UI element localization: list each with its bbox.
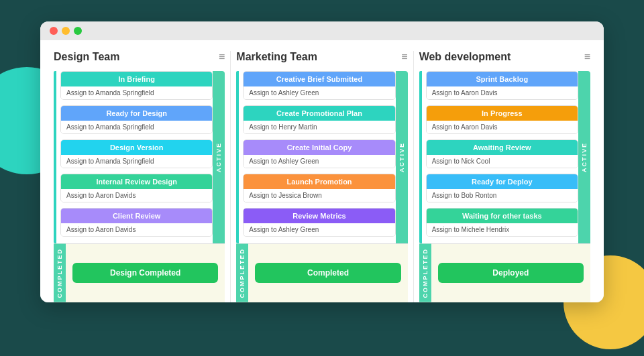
card-body-c7: Assign to Henry Martin [244,121,394,133]
completed-label-marketing-team: COMPLETED [236,244,248,302]
card-c4[interactable]: Internal Review DesignAssign to Aaron Da… [60,174,213,202]
card-header-c3: Design Version [61,140,212,155]
column-title-marketing-team: Marketing Team [236,51,317,63]
card-header-c5: Client Review [61,209,212,223]
card-body-c8: Assign to Ashley Green [244,155,394,168]
card-c10[interactable]: Review MetricsAssign to Ashley Green [243,208,395,237]
card-header-c14: Ready for Deploy [427,174,578,189]
left-border-design-team [54,71,56,243]
column-header-web-development: Web development≡ [419,51,590,63]
menu-icon-web-development[interactable]: ≡ [584,51,590,63]
card-c5[interactable]: Client ReviewAssign to Aaron Davids [60,208,213,237]
card-c1[interactable]: In BriefingAssign to Amanda Springfield [60,71,213,100]
card-header-c1: In Briefing [61,72,212,86]
card-body-c1: Assign to Amanda Springfield [61,86,212,99]
completed-content-design-team: Design Completed [66,244,225,302]
page-title [0,0,644,21]
col-wrapper-design-team: Design Team≡In BriefingAssign to Amanda … [54,51,225,302]
column-title-design-team: Design Team [54,51,119,63]
menu-icon-design-team[interactable]: ≡ [219,51,225,63]
browser-dot-red [50,27,58,35]
card-c7[interactable]: Create Promotional PlanAssign to Henry M… [243,105,395,134]
card-c3[interactable]: Design VersionAssign to Amanda Springfie… [60,139,213,168]
column-header-design-team: Design Team≡ [54,51,225,63]
card-header-c6: Creative Brief Submitted [244,72,394,86]
left-border-web-development [419,71,422,243]
card-body-c6: Assign to Ashley Green [244,86,394,99]
card-header-c15: Waiting for other tasks [427,209,578,223]
completed-section-marketing-team: COMPLETEDCompleted [236,243,407,302]
card-body-c2: Assign to Amanda Springfield [61,121,212,133]
card-header-c11: Sprint Backlog [427,72,578,86]
card-body-c13: Assign to Nick Cool [427,155,578,168]
card-body-c15: Assign to Michele Hendrix [427,223,578,236]
cards-list-marketing-team: Creative Brief SubmittedAssign to Ashley… [243,71,395,243]
card-header-c13: Awaiting Review [427,140,578,155]
completed-btn-design-team[interactable]: Design Completed [72,263,218,283]
active-label-web-development: ACTIVE [578,71,590,243]
column-divider [230,51,231,302]
left-border-marketing-team [236,71,239,243]
card-c8[interactable]: Create Initial CopyAssign to Ashley Gree… [243,139,395,168]
completed-section-web-development: COMPLETEDDeployed [419,243,590,302]
card-c6[interactable]: Creative Brief SubmittedAssign to Ashley… [243,71,395,100]
completed-section-design-team: COMPLETEDDesign Completed [54,243,225,302]
browser-dot-yellow [62,27,70,35]
cards-list-design-team: In BriefingAssign to Amanda SpringfieldR… [60,71,213,243]
workflow-area: Design Team≡In BriefingAssign to Amanda … [40,40,604,302]
card-body-c5: Assign to Aaron Davids [61,223,212,236]
card-body-c9: Assign to Jessica Brown [244,189,394,202]
card-c14[interactable]: Ready for DeployAssign to Bob Ronton [426,174,578,202]
browser-window: Design Team≡In BriefingAssign to Amanda … [40,21,604,302]
column-divider [413,51,414,302]
card-header-c4: Internal Review Design [61,174,212,189]
completed-content-marketing-team: Completed [248,244,407,302]
menu-icon-marketing-team[interactable]: ≡ [401,51,407,63]
col-wrapper-web-development: Web development≡Sprint BacklogAssign to … [419,51,590,302]
completed-content-web-development: Deployed [431,244,590,302]
card-body-c10: Assign to Ashley Green [244,223,394,236]
card-header-c10: Review Metrics [244,209,394,223]
card-header-c2: Ready for Design [61,106,212,121]
completed-btn-marketing-team[interactable]: Completed [255,263,400,283]
card-body-c3: Assign to Amanda Springfield [61,155,212,168]
card-body-c11: Assign to Aaron Davis [427,86,578,99]
card-c11[interactable]: Sprint BacklogAssign to Aaron Davis [426,71,578,100]
card-c13[interactable]: Awaiting ReviewAssign to Nick Cool [426,139,578,168]
completed-btn-web-development[interactable]: Deployed [438,263,584,283]
card-c15[interactable]: Waiting for other tasksAssign to Michele… [426,208,578,237]
card-body-c14: Assign to Bob Ronton [427,189,578,202]
column-body-marketing-team: Creative Brief SubmittedAssign to Ashley… [236,71,407,243]
cards-list-web-development: Sprint BacklogAssign to Aaron DavisIn Pr… [426,71,578,243]
browser-dot-green [74,27,82,35]
column-title-web-development: Web development [419,51,511,63]
completed-label-web-development: COMPLETED [419,244,431,302]
column-body-design-team: In BriefingAssign to Amanda SpringfieldR… [54,71,225,243]
browser-bar [40,21,604,40]
card-header-c12: In Progress [427,106,578,121]
card-header-c7: Create Promotional Plan [244,106,394,121]
card-c9[interactable]: Launch PromotionAssign to Jessica Brown [243,174,395,202]
completed-label-design-team: COMPLETED [54,244,66,302]
column-body-web-development: Sprint BacklogAssign to Aaron DavisIn Pr… [419,71,590,243]
column-header-marketing-team: Marketing Team≡ [236,51,407,63]
card-body-c12: Assign to Aaron Davis [427,121,578,133]
card-header-c9: Launch Promotion [244,174,394,189]
col-wrapper-marketing-team: Marketing Team≡Creative Brief SubmittedA… [236,51,407,302]
card-body-c4: Assign to Aaron Davids [61,189,212,202]
card-c12[interactable]: In ProgressAssign to Aaron Davis [426,105,578,134]
card-header-c8: Create Initial Copy [244,140,394,155]
card-c2[interactable]: Ready for DesignAssign to Amanda Springf… [60,105,213,134]
active-label-marketing-team: ACTIVE [396,71,408,243]
active-label-design-team: ACTIVE [213,71,225,243]
